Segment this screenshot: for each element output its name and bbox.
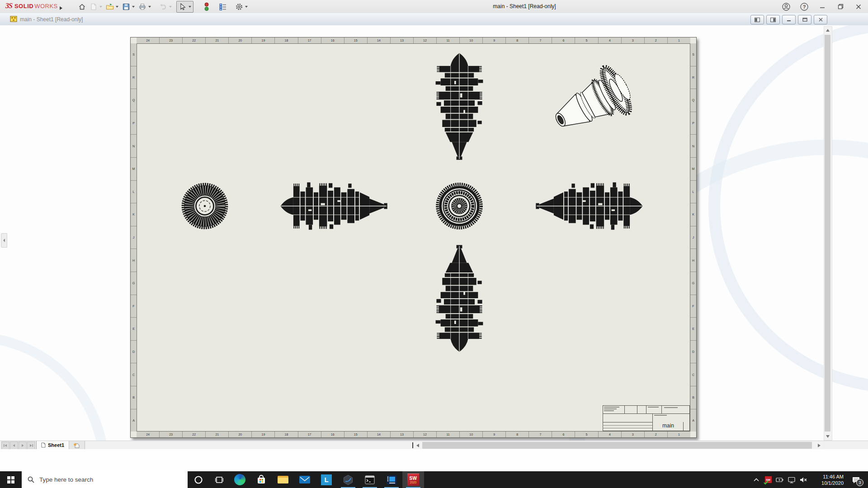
taskbar-app-file-explorer[interactable] (272, 471, 294, 488)
taskbar-app-solidworks[interactable]: SW 2020 (402, 471, 424, 488)
feature-tree-collapse-tab[interactable] (1, 233, 7, 248)
scroll-down-arrow[interactable] (824, 433, 831, 440)
drawing-view-back[interactable] (434, 181, 485, 231)
zone-label: 24 (137, 38, 159, 43)
clock-date: 10/1/2020 (812, 480, 844, 486)
zone-label: F (131, 295, 137, 318)
start-button[interactable] (0, 471, 22, 488)
zone-label: 22 (182, 432, 205, 437)
zone-label: 10 (459, 38, 482, 43)
horizontal-scrollbar[interactable] (414, 441, 823, 449)
taskbar-app-store[interactable] (250, 471, 272, 488)
taskbar-app-3dexperience[interactable] (337, 471, 359, 488)
save-dropdown[interactable] (132, 6, 135, 8)
zone-label: L (690, 180, 696, 203)
cortana-button[interactable] (188, 471, 209, 488)
taskbar-app-media[interactable] (381, 471, 402, 488)
volume-muted-icon[interactable] (797, 471, 809, 488)
print-button[interactable] (137, 1, 148, 12)
taskbar-clock[interactable]: 11:46 AM 10/1/2020 (809, 474, 846, 486)
open-dropdown[interactable] (116, 6, 118, 8)
solidworks-status-icon[interactable]: SW (762, 471, 774, 488)
display-status-icon[interactable] (201, 1, 212, 12)
drawing-view-top[interactable] (434, 47, 485, 166)
open-button[interactable] (104, 1, 116, 12)
task-view-button[interactable] (209, 471, 229, 488)
tray-expand-icon[interactable] (750, 471, 762, 488)
taskbar-app-mail[interactable] (294, 471, 316, 488)
options-dropdown[interactable] (245, 6, 248, 8)
sheet-tab-bar: Sheet1 (0, 441, 868, 450)
document-restore-button[interactable] (798, 15, 811, 24)
document-minimize-button[interactable] (782, 15, 796, 24)
print-dropdown[interactable] (148, 6, 151, 8)
drawing-view-right[interactable] (530, 180, 648, 232)
tab-sheet1[interactable]: Sheet1 (36, 441, 69, 450)
battery-icon[interactable] (774, 471, 786, 488)
drawing-view-isometric[interactable] (544, 62, 645, 141)
taskbar-search[interactable] (22, 471, 188, 488)
menu-flyout-arrow-icon[interactable] (59, 4, 63, 12)
zone-label: 3 (621, 432, 644, 437)
zone-label: 11 (436, 38, 459, 43)
select-tool-dropdown[interactable] (189, 6, 191, 8)
add-sheet-button[interactable] (69, 441, 85, 450)
options-gear-button[interactable] (233, 1, 245, 12)
drawing-view-left[interactable] (275, 180, 393, 232)
zone-label: S (131, 43, 137, 66)
home-button[interactable] (76, 1, 88, 12)
document-close-button[interactable] (814, 15, 827, 24)
toggle-right-panel-button[interactable] (766, 15, 780, 24)
taskbar-app-l[interactable]: L (316, 471, 337, 488)
tab-area-splitter[interactable] (412, 442, 413, 448)
save-button[interactable] (120, 1, 132, 12)
vertical-scrollbar[interactable] (824, 26, 832, 441)
search-input[interactable] (38, 476, 167, 483)
minimize-button[interactable] (816, 1, 828, 13)
taskbar-app-command-prompt[interactable] (359, 471, 381, 488)
zone-label: E (131, 317, 137, 340)
select-tool-button[interactable] (176, 1, 193, 13)
zone-label: Q (690, 89, 696, 112)
solidworks-2020-icon: SW 2020 (407, 474, 419, 486)
graphics-area[interactable]: 242322212019181716151413121110987654321 … (0, 25, 868, 441)
drawing-view-front[interactable] (179, 181, 230, 231)
scroll-right-arrow[interactable] (816, 441, 823, 449)
solidworks-logo: 3S SOLIDWORKS (5, 2, 58, 10)
account-icon[interactable] (780, 1, 792, 13)
first-sheet-button[interactable] (1, 441, 9, 450)
vertical-scrollbar-thumb[interactable] (825, 35, 830, 432)
zone-label: B (131, 386, 137, 409)
zone-label: S (690, 43, 696, 66)
notification-center-button[interactable]: 3 (846, 471, 866, 488)
drawing-sheet[interactable]: 242322212019181716151413121110987654321 … (130, 37, 697, 438)
document-properties-button[interactable] (217, 1, 229, 12)
new-document-dropdown[interactable] (99, 6, 102, 8)
scroll-up-arrow[interactable] (824, 27, 831, 34)
app-title-bar: 3S SOLIDWORKS (0, 0, 868, 14)
drawing-view-bottom[interactable] (434, 239, 485, 357)
toggle-left-panel-button[interactable] (750, 15, 764, 24)
last-sheet-button[interactable] (27, 441, 35, 450)
horizontal-scrollbar-thumb[interactable] (422, 442, 812, 449)
zone-label: H (690, 249, 696, 272)
zone-label: 23 (159, 38, 182, 43)
zone-label: N (690, 134, 696, 157)
taskbar-app-edge[interactable] (229, 471, 250, 488)
undo-dropdown[interactable] (169, 6, 172, 8)
zone-label: 2 (644, 432, 667, 437)
network-icon[interactable] (786, 471, 797, 488)
drawing-document-icon (10, 16, 17, 24)
clock-time: 11:46 AM (812, 474, 844, 480)
zone-label: R (131, 66, 137, 89)
next-sheet-button[interactable] (19, 441, 27, 450)
new-document-button[interactable] (88, 1, 99, 12)
previous-sheet-button[interactable] (10, 441, 18, 450)
undo-button[interactable] (157, 1, 169, 12)
help-icon[interactable]: ? (798, 1, 810, 13)
restore-button[interactable] (835, 1, 846, 13)
zone-label: K (131, 203, 137, 226)
screen: 3S SOLIDWORKS (0, 0, 868, 488)
scroll-left-arrow[interactable] (414, 441, 421, 449)
close-button[interactable] (853, 1, 864, 13)
